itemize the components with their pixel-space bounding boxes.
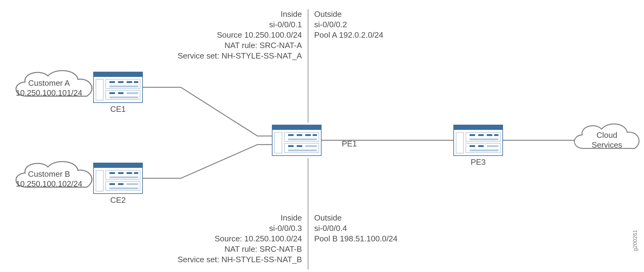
nat-top-inside-natrule: NAT rule: SRC-NAT-A (224, 41, 302, 50)
nat-bottom-outside-pool: Pool B 198.51.100.0/24 (314, 234, 398, 243)
nat-top-inside-svcset: Service set: NH-STYLE-SS-NAT_A (177, 51, 302, 60)
device-pe1-label: PE1 (342, 139, 357, 148)
nat-bottom-inside: Inside si-0/0/0.3 Source: 10.250.100.0/2… (177, 213, 302, 264)
device-pe1-icon (272, 125, 321, 156)
customer-a-name: Customer A (28, 78, 70, 88)
nat-bottom-outside: Outside si-0/0/0.4 Pool B 198.51.100.0/2… (314, 213, 398, 243)
nat-top-inside-heading: Inside (281, 9, 302, 19)
nat-bottom-inside-natrule: NAT rule: SRC-NAT-B (224, 244, 302, 254)
device-ce1-icon (93, 72, 143, 103)
link-ce1-pe1 (143, 87, 272, 136)
customer-b-ip: 10.250.100.102/24 (16, 179, 82, 188)
nat-top-outside: Outside si-0/0/0.2 Pool A 192.0.2.0/24 (314, 9, 383, 40)
nat-bottom-inside-svcset: Service set: NH-STYLE-SS-NAT_B (177, 255, 302, 264)
nat-top-outside-pool: Pool A 192.0.2.0/24 (314, 30, 383, 40)
nat-bottom-inside-iface: si-0/0/0.3 (269, 224, 302, 233)
figure-ref-id: g200261 (632, 230, 638, 251)
nat-bottom-inside-heading: Inside (281, 213, 302, 222)
nat-top-inside-iface: si-0/0/0.1 (269, 20, 302, 29)
customer-b-name: Customer B (28, 169, 70, 179)
nat-top-inside: Inside si-0/0/0.1 Source 10.250.100.0/24… (177, 9, 302, 60)
link-ce2-pe1 (143, 145, 272, 178)
nat-top-outside-iface: si-0/0/0.2 (314, 20, 347, 29)
nat-top-inside-source: Source 10.250.100.0/24 (217, 30, 302, 40)
device-ce2-label: CE2 (110, 195, 126, 205)
nat-bottom-outside-iface: si-0/0/0.4 (314, 224, 347, 233)
device-pe3-icon (454, 125, 503, 156)
customer-a-ip: 10.250.100.101/24 (16, 88, 82, 97)
cloud-services-label-2: Services (592, 140, 622, 149)
cloud-services-label-1: Cloud (596, 130, 617, 140)
nat-bottom-inside-source: Source: 10.250.100.0/24 (215, 234, 302, 243)
nat-bottom-outside-heading: Outside (314, 213, 342, 222)
device-ce2-icon (93, 163, 143, 194)
device-pe3-label: PE3 (471, 157, 486, 167)
device-ce1-label: CE1 (110, 104, 126, 114)
nat-top-outside-heading: Outside (314, 9, 342, 19)
